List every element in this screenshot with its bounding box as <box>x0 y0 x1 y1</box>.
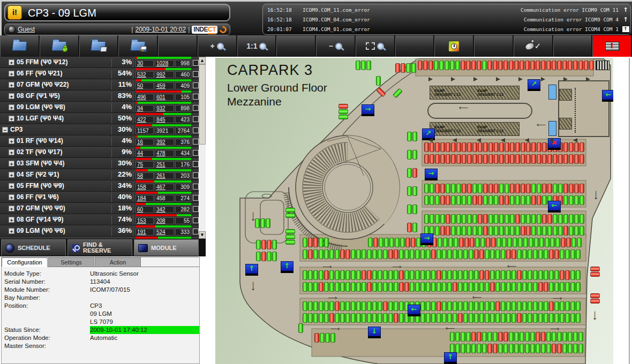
parking-bay-free[interactable] <box>549 313 554 323</box>
parking-bay-free[interactable] <box>463 282 468 292</box>
parking-bay-free[interactable] <box>533 301 538 311</box>
parking-bay-occupied[interactable] <box>324 270 329 280</box>
parking-bay-free[interactable] <box>431 270 436 280</box>
parking-bay-free[interactable] <box>574 195 579 205</box>
parking-bay-free[interactable] <box>404 249 409 259</box>
folder-reports-button[interactable] <box>118 35 158 57</box>
tab-module[interactable]: MODULE <box>134 239 199 256</box>
total-count-link[interactable]: 251 <box>155 161 174 168</box>
row-checkbox[interactable] <box>193 71 199 77</box>
parking-bay-free[interactable] <box>442 282 447 292</box>
parking-bay-free[interactable] <box>308 282 313 292</box>
parking-bay-occupied[interactable] <box>574 142 579 152</box>
total-count-link[interactable]: 3921 <box>155 127 174 134</box>
occupied-count-link[interactable]: 422 <box>136 116 154 123</box>
parking-bay-free[interactable] <box>368 238 373 247</box>
parking-bay-free[interactable] <box>503 344 508 353</box>
parking-bay-free[interactable] <box>501 313 506 323</box>
parking-bay-free[interactable] <box>448 238 453 247</box>
parking-bay-free[interactable] <box>329 282 334 292</box>
parking-bay-occupied[interactable] <box>338 104 348 109</box>
parking-bay-free[interactable] <box>571 238 576 247</box>
sign-direction[interactable]: ↗ <box>528 79 540 91</box>
parking-bay-occupied[interactable] <box>467 184 472 193</box>
parking-bay-free[interactable] <box>479 301 484 311</box>
parking-bay-free[interactable] <box>435 214 440 224</box>
parking-bay-free[interactable] <box>469 313 473 323</box>
parking-bay-occupied[interactable] <box>412 168 417 178</box>
parking-bay-free[interactable] <box>462 195 467 205</box>
parking-bay-free[interactable] <box>435 195 440 205</box>
tab-find-reserve[interactable]: FIND & RESERVE <box>67 239 132 256</box>
total-count-link[interactable]: 342 <box>155 206 174 213</box>
parking-bay-free[interactable] <box>362 282 366 292</box>
parking-bay-free[interactable] <box>529 238 533 247</box>
parking-bay-occupied[interactable] <box>478 142 483 152</box>
parking-bay-occupied[interactable] <box>487 60 492 70</box>
parking-bay-occupied[interactable] <box>459 238 464 247</box>
parking-bay-free[interactable] <box>522 301 527 311</box>
parking-bay-free[interactable] <box>538 249 543 259</box>
parking-bay-free[interactable] <box>510 195 515 205</box>
parking-bay-occupied[interactable] <box>510 154 515 164</box>
parking-bay-free[interactable] <box>578 332 583 342</box>
parking-bay-free[interactable] <box>493 332 498 342</box>
parking-bay-free[interactable] <box>384 238 389 247</box>
parking-bay-free[interactable] <box>399 249 404 259</box>
parking-bay-free[interactable] <box>495 249 500 259</box>
parking-bay-free[interactable] <box>426 282 431 292</box>
parking-bay-occupied[interactable] <box>440 154 445 164</box>
parking-bay-free[interactable] <box>522 270 527 280</box>
parking-bay-free[interactable] <box>480 238 485 247</box>
parking-bay-free[interactable] <box>569 226 574 236</box>
parking-bay-free[interactable] <box>538 270 543 280</box>
parking-bay-free[interactable] <box>319 249 323 259</box>
parking-bay-free[interactable] <box>383 249 388 259</box>
parking-bay-free[interactable] <box>478 184 483 193</box>
parking-bay-free[interactable] <box>442 301 447 311</box>
parking-bay-free[interactable] <box>461 344 465 353</box>
parking-bay-free[interactable] <box>469 282 473 292</box>
sign-direction[interactable]: → <box>420 233 433 245</box>
parking-bay-free[interactable] <box>495 282 500 292</box>
parking-bay-free[interactable] <box>501 249 506 259</box>
parking-bay-occupied[interactable] <box>446 226 450 236</box>
parking-bay-free[interactable] <box>560 301 565 311</box>
parking-bay-occupied[interactable] <box>580 142 584 152</box>
parking-bay-free[interactable] <box>407 186 412 196</box>
parking-bay-free[interactable] <box>525 344 530 353</box>
parking-bay-free[interactable] <box>447 249 452 259</box>
expand-icon[interactable]: + <box>9 161 14 166</box>
parking-bay-occupied[interactable] <box>515 154 520 164</box>
total-count-link[interactable]: 458 <box>155 195 174 202</box>
parking-bay-free[interactable] <box>530 344 535 353</box>
parking-bay-free[interactable] <box>388 282 393 292</box>
parking-bay-free[interactable] <box>495 270 500 280</box>
parking-bay-free[interactable] <box>345 270 350 280</box>
parking-bay-free[interactable] <box>507 238 512 247</box>
parking-bay-free[interactable] <box>430 195 434 205</box>
parking-bay-occupied[interactable] <box>536 332 540 342</box>
parking-bay-occupied[interactable] <box>383 301 388 311</box>
parking-bay-occupied[interactable] <box>394 313 398 323</box>
parking-bay-free[interactable] <box>568 332 573 342</box>
parking-bay-occupied[interactable] <box>537 154 541 164</box>
parking-bay-free[interactable] <box>555 238 560 247</box>
parking-bay-free[interactable] <box>511 313 516 323</box>
parking-bay-occupied[interactable] <box>542 142 547 152</box>
parking-bay-free[interactable] <box>447 282 452 292</box>
time-view-button[interactable] <box>434 35 474 57</box>
parking-bay-free[interactable] <box>453 313 457 323</box>
parking-bay-free[interactable] <box>456 184 461 193</box>
parking-bay-free[interactable] <box>356 301 361 311</box>
parking-bay-occupied[interactable] <box>453 282 457 292</box>
parking-bay-free[interactable] <box>372 282 377 292</box>
sign-direction[interactable]: ↑ <box>444 352 457 364</box>
parking-bay-free[interactable] <box>463 301 468 311</box>
parking-bay-free[interactable] <box>430 184 434 193</box>
parking-bay-free[interactable] <box>467 226 472 236</box>
parking-bay-occupied[interactable] <box>569 154 574 164</box>
parking-bay-free[interactable] <box>362 301 366 311</box>
parking-bay-free[interactable] <box>260 218 265 228</box>
parking-bay-free[interactable] <box>324 301 329 311</box>
